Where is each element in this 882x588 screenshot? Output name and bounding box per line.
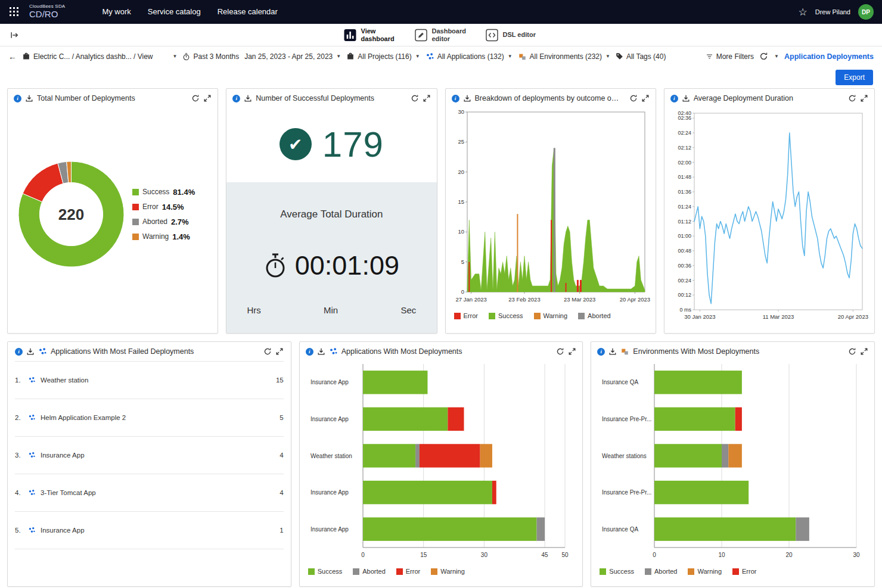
nav-service-catalog[interactable]: Service catalog	[148, 7, 201, 16]
favorites-star-icon[interactable]: ☆	[798, 6, 807, 18]
date-range-filter[interactable]: Jan 25, 2023 - Apr 25, 2023 ▼	[244, 52, 341, 61]
svg-text:20: 20	[458, 169, 464, 175]
dashboard-grid: i Total Number of Deployments 220 Succes…	[0, 87, 882, 588]
tab-view-dashboard[interactable]: View dashboard	[344, 27, 397, 42]
refresh-icon[interactable]	[556, 347, 564, 356]
rank: 3.	[15, 452, 23, 459]
widget-average-deployment-duration: i Average Deployment Duration 0 ms00:120…	[664, 88, 875, 334]
svg-text:01:12: 01:12	[678, 219, 691, 225]
application-name: Insurance App	[41, 452, 85, 459]
refresh-icon[interactable]	[411, 94, 419, 102]
download-icon[interactable]	[608, 347, 617, 356]
refresh-icon[interactable]	[759, 52, 768, 61]
widget-successful-deployments: i Number of Successful Deployments ✔ 179…	[226, 88, 437, 334]
applications-icon	[329, 347, 338, 356]
refresh-icon[interactable]	[263, 347, 272, 356]
svg-text:30: 30	[481, 552, 488, 558]
svg-text:Insurance App: Insurance App	[310, 489, 349, 496]
expand-icon[interactable]	[275, 347, 284, 356]
download-icon[interactable]	[25, 94, 33, 102]
deployments-donut-chart: 220	[16, 159, 126, 269]
failed-deployments-list: 1. Weather station 15 2. Helm Applicatio…	[8, 362, 291, 586]
duration-line-chart: 0 ms00:1200:2400:3600:4801:0001:1201:240…	[668, 107, 871, 324]
app-launcher-grid-icon[interactable]	[8, 6, 20, 17]
svg-text:01:24: 01:24	[678, 204, 691, 210]
list-item[interactable]: 2. Helm Application Example 2 5	[15, 399, 284, 437]
primary-nav: My work Service catalog Release calendar	[102, 7, 277, 16]
user-name[interactable]: Drew Piland	[815, 8, 850, 15]
applications-filter[interactable]: All Applications (132) ▼	[426, 52, 513, 61]
nav-release-calendar[interactable]: Release calendar	[218, 7, 278, 16]
application-name: Weather station	[41, 377, 88, 384]
tags-filter[interactable]: All Tags (40)	[616, 52, 666, 61]
info-icon[interactable]: i	[14, 95, 21, 102]
svg-text:00:36: 00:36	[678, 263, 691, 269]
successful-count: 179	[322, 124, 384, 165]
expand-icon[interactable]	[860, 347, 868, 356]
download-icon[interactable]	[463, 94, 471, 102]
info-icon[interactable]: i	[15, 348, 23, 356]
chevron-down-icon: ▼	[173, 54, 178, 59]
list-item[interactable]: 3. Insurance App 4	[15, 437, 284, 474]
info-icon[interactable]: i	[452, 95, 459, 102]
more-filters-label: More Filters	[716, 52, 754, 61]
expand-icon[interactable]	[423, 94, 431, 102]
unit-sec: Sec	[401, 305, 417, 315]
projects-filter[interactable]: All Projects (116) ▼	[346, 52, 420, 61]
refresh-icon[interactable]	[848, 347, 856, 356]
info-icon[interactable]: i	[597, 348, 605, 356]
chevron-down-icon[interactable]: ▼	[774, 54, 779, 59]
user-avatar[interactable]: DP	[858, 4, 874, 20]
download-icon[interactable]	[244, 94, 252, 102]
view-dashboard-icon	[344, 29, 357, 42]
download-icon[interactable]	[682, 94, 690, 102]
expand-sidebar-icon[interactable]	[7, 29, 21, 42]
chart-legend: Success Aborted Warning Error	[591, 563, 874, 581]
tag-icon	[616, 52, 623, 60]
tab-dsl-editor[interactable]: DSL editor	[486, 29, 539, 42]
expand-icon[interactable]	[860, 94, 868, 102]
list-item[interactable]: 5. Insurance App 1	[15, 512, 284, 549]
legend-item-warning: Warning1.4%	[132, 232, 195, 241]
expand-icon[interactable]	[203, 94, 212, 102]
export-button[interactable]: Export	[836, 70, 873, 85]
average-duration-panel: Average Total Duration 00:01:09 Hrs Min …	[226, 182, 436, 333]
widget-title: Environments With Most Deployments	[633, 347, 759, 356]
report-name[interactable]: Application Deployments	[784, 52, 874, 61]
expand-icon[interactable]	[641, 94, 650, 102]
svg-text:15: 15	[420, 552, 427, 558]
legend-item-success: Success81.4%	[132, 188, 195, 197]
svg-text:23 Mar 2023: 23 Mar 2023	[564, 296, 595, 303]
brand-logo[interactable]: CloudBees SDA CD/RO	[29, 4, 65, 19]
svg-text:01:36: 01:36	[678, 189, 691, 195]
nav-my-work[interactable]: My work	[102, 7, 131, 16]
application-icon	[28, 414, 36, 421]
tab-dashboard-editor[interactable]: Dashboard editor	[415, 27, 468, 42]
tab-label: Dashboard editor	[432, 27, 468, 42]
failed-count: 4	[279, 489, 283, 496]
list-item[interactable]: 1. Weather station 15	[15, 362, 284, 399]
legend-item-error: Error	[454, 312, 478, 319]
environments-icon	[518, 52, 527, 61]
refresh-icon[interactable]	[848, 94, 856, 102]
svg-text:00:48: 00:48	[678, 248, 691, 254]
more-filters-button[interactable]: More Filters	[706, 52, 754, 61]
environments-filter[interactable]: All Environments (232) ▼	[518, 52, 610, 61]
back-arrow-icon[interactable]: ←	[8, 52, 17, 61]
breadcrumb[interactable]: Electric C... / Analytics dashb... / Vie…	[22, 52, 177, 61]
expand-icon[interactable]	[568, 347, 576, 356]
info-icon[interactable]: i	[670, 95, 678, 102]
svg-text:23 Feb 2023: 23 Feb 2023	[508, 296, 540, 303]
refresh-icon[interactable]	[629, 94, 638, 102]
time-preset-filter[interactable]: Past 3 Months	[182, 52, 239, 61]
envs-deployments-bar-chart: 0102030Insurance QAInsurance Pre-Pr...We…	[595, 360, 871, 563]
svg-text:Insurance QA: Insurance QA	[602, 379, 638, 385]
info-icon[interactable]: i	[232, 95, 240, 102]
download-icon[interactable]	[26, 347, 35, 356]
list-item[interactable]: 4. 3-Tier Tomcat App 4	[15, 474, 284, 512]
refresh-icon[interactable]	[191, 94, 200, 102]
svg-text:11 Mar 2023: 11 Mar 2023	[762, 313, 794, 320]
download-icon[interactable]	[317, 347, 325, 356]
apps-deployments-bar-chart: 015304550Insurance AppInsurance AppWeath…	[303, 360, 579, 563]
info-icon[interactable]: i	[306, 348, 313, 356]
